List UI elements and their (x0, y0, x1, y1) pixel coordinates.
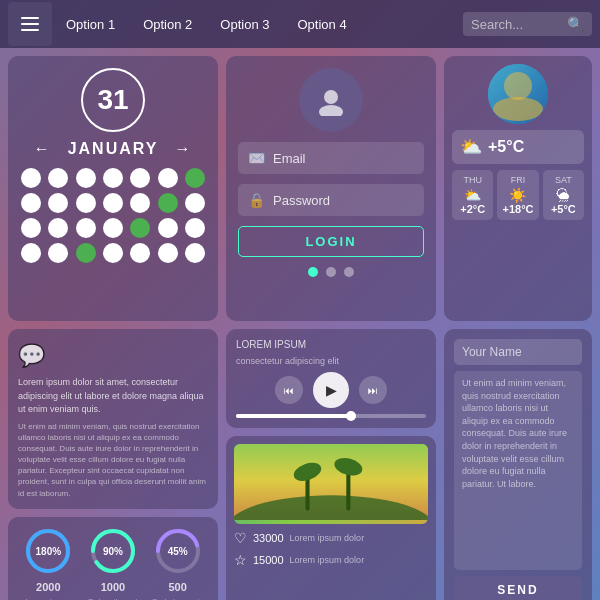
cal-dot-22[interactable] (48, 243, 68, 263)
login-indicator-dots (308, 267, 354, 277)
donut-value-0: 2000 (36, 581, 60, 593)
cal-dot-27[interactable] (185, 243, 205, 263)
cal-dot-25[interactable] (130, 243, 150, 263)
text-paragraph1: Lorem ipsum dolor sit amet, consectetur … (18, 376, 208, 417)
progress-thumb[interactable] (346, 411, 356, 421)
cal-dot-13[interactable] (185, 193, 205, 213)
donut-value-1: 1000 (101, 581, 125, 593)
nav-item-option3[interactable]: Option 3 (206, 0, 283, 48)
dot-2[interactable] (326, 267, 336, 277)
player-card: LOREM IPSUM consectetur adipiscing elit … (226, 329, 436, 428)
day-name-1: FRI (501, 175, 534, 185)
weather-day-thu: THU ⛅ +2°C (452, 170, 493, 220)
text-paragraph2: Ut enim ad minim veniam, quis nostrud ex… (18, 421, 208, 499)
likes-count: 33000 (253, 532, 284, 544)
calendar-day: 31 (81, 68, 145, 132)
weather-day-fri: FRI ☀️ +18°C (497, 170, 538, 220)
cal-dot-0[interactable] (21, 168, 41, 188)
cal-dot-10[interactable] (103, 193, 123, 213)
donut-label-2: 45% (168, 545, 188, 556)
chat-icon: 💬 (18, 339, 208, 372)
cal-dot-1[interactable] (48, 168, 68, 188)
weather-avatar (488, 64, 548, 124)
player-description: consectetur adipiscing elit (236, 356, 426, 366)
stars-label: Lorem ipsum dolor (290, 555, 365, 565)
bottom-mid-panel: LOREM IPSUM consectetur adipiscing elit … (226, 329, 436, 600)
search-icon[interactable]: 🔍 (567, 16, 584, 32)
cal-dot-19[interactable] (158, 218, 178, 238)
progress-fill (236, 414, 350, 418)
donut-label-0: 180% (36, 545, 62, 556)
hamburger-icon (21, 17, 39, 31)
svg-point-1 (319, 105, 343, 116)
hamburger-button[interactable] (8, 2, 52, 46)
media-stars: ☆ 15000 Lorem ipsum dolor (234, 552, 428, 568)
cal-dot-12[interactable] (158, 193, 178, 213)
send-button[interactable]: SEND (454, 576, 582, 600)
cal-dot-20[interactable] (185, 218, 205, 238)
stars-count: 15000 (253, 554, 284, 566)
dot-3[interactable] (344, 267, 354, 277)
heart-icon: ♡ (234, 530, 247, 546)
day-temp-1: +18°C (501, 203, 534, 215)
cal-dot-21[interactable] (21, 243, 41, 263)
rewind-button[interactable]: ⏮ (275, 376, 303, 404)
navbar: Option 1 Option 2 Option 3 Option 4 🔍 (0, 0, 600, 48)
media-image (234, 444, 428, 524)
main-grid: 31 ← JANUARY → ✉️ Email 🔒 Password LOGIN (0, 48, 600, 600)
cal-dot-14[interactable] (21, 218, 41, 238)
cal-dot-23[interactable] (76, 243, 96, 263)
cal-dot-4[interactable] (130, 168, 150, 188)
cal-dot-5[interactable] (158, 168, 178, 188)
cal-dot-15[interactable] (48, 218, 68, 238)
play-button[interactable]: ▶ (313, 372, 349, 408)
calendar-dots (20, 168, 206, 263)
weather-card: ⛅ +5°C THU ⛅ +2°C FRI ☀️ +18°C SAT 🌦 +5°… (444, 56, 592, 321)
contact-name-field[interactable]: Your Name (454, 339, 582, 365)
media-card: ♡ 33000 Lorem ipsum dolor ☆ 15000 Lorem … (226, 436, 436, 600)
calendar-next-button[interactable]: → (174, 140, 192, 158)
nav-item-option4[interactable]: Option 4 (283, 0, 360, 48)
player-controls: ⏮ ▶ ⏭ (236, 372, 426, 408)
cal-dot-7[interactable] (21, 193, 41, 213)
contact-message-field[interactable]: Ut enim ad minim veniam, quis nostrud ex… (454, 371, 582, 570)
day-icon-0: ⛅ (456, 187, 489, 203)
cal-dot-9[interactable] (76, 193, 96, 213)
text-card: 💬 Lorem ipsum dolor sit amet, consectetu… (8, 329, 218, 509)
lock-icon: 🔒 (248, 192, 265, 208)
cal-dot-24[interactable] (103, 243, 123, 263)
email-field[interactable]: ✉️ Email (238, 142, 424, 174)
login-button[interactable]: LOGIN (238, 226, 424, 257)
cal-dot-16[interactable] (76, 218, 96, 238)
star-icon: ☆ (234, 552, 247, 568)
dot-1[interactable] (308, 267, 318, 277)
cal-dot-11[interactable] (130, 193, 150, 213)
weather-current: ⛅ +5°C (452, 130, 584, 164)
cal-dot-2[interactable] (76, 168, 96, 188)
fast-forward-button[interactable]: ⏭ (359, 376, 387, 404)
donut-value-2: 500 (168, 581, 186, 593)
progress-bar[interactable] (236, 414, 426, 418)
cal-dot-26[interactable] (158, 243, 178, 263)
svg-point-0 (324, 90, 338, 104)
nav-item-option1[interactable]: Option 1 (52, 0, 129, 48)
search-input[interactable] (471, 17, 561, 32)
weather-main-icon: ⛅ (460, 136, 482, 158)
weather-day-sat: SAT 🌦 +5°C (543, 170, 584, 220)
cal-dot-8[interactable] (48, 193, 68, 213)
calendar-prev-button[interactable]: ← (34, 140, 52, 158)
avatar (299, 68, 363, 132)
cal-dot-17[interactable] (103, 218, 123, 238)
nav-item-option2[interactable]: Option 2 (129, 0, 206, 48)
cal-dot-6[interactable] (185, 168, 205, 188)
media-likes: ♡ 33000 Lorem ipsum dolor (234, 530, 428, 546)
donut-chart-1: 90% 1000 Dolor sit amet (87, 525, 139, 600)
cal-dot-18[interactable] (130, 218, 150, 238)
day-name-2: SAT (547, 175, 580, 185)
charts-card: 180% 2000 Lorem ipsum 90% 1000 Dolor sit… (8, 517, 218, 600)
search-box: 🔍 (463, 12, 592, 36)
password-field[interactable]: 🔒 Password (238, 184, 424, 216)
bottom-left-panel: 💬 Lorem ipsum dolor sit amet, consectetu… (8, 329, 218, 600)
cal-dot-3[interactable] (103, 168, 123, 188)
donut-label-1: 90% (103, 545, 123, 556)
